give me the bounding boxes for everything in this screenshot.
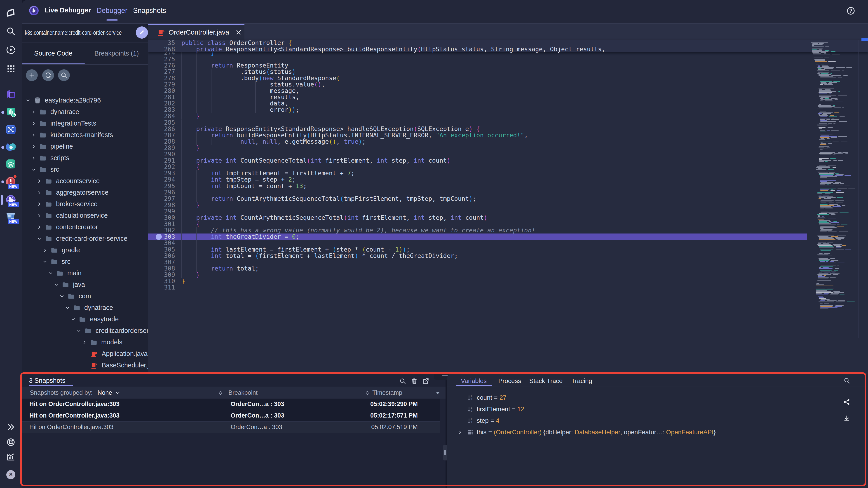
variable-row-count[interactable]: 19count = 27 <box>467 392 506 403</box>
tree-item-aggregatorservice[interactable]: aggregatorservice <box>22 187 148 198</box>
grouped-by-select[interactable]: None <box>98 389 112 396</box>
editor-scroll-indicator[interactable] <box>862 38 868 41</box>
tree-item-src[interactable]: src <box>22 164 148 175</box>
details-tab-process[interactable]: Process <box>494 377 526 385</box>
variable-value: 12 <box>517 405 524 413</box>
rail-clouds-app-button[interactable] <box>5 158 17 170</box>
rail-dynatrace-logo-button[interactable] <box>0 8 22 18</box>
tree-item-com[interactable]: com <box>22 290 148 302</box>
rail-workflows-app-button[interactable] <box>5 124 17 135</box>
edit-filter-button[interactable] <box>136 26 148 39</box>
tree-item-easytrade[interactable]: easytrade <box>22 314 148 325</box>
tree-item-accountservice[interactable]: accountservice <box>22 175 148 187</box>
panel-drag-handle[interactable] <box>442 375 448 378</box>
minimap-line <box>825 84 833 85</box>
rail-dashboards-app-button[interactable] <box>5 106 17 118</box>
tree-item-integrationtests[interactable]: integrationTests <box>22 118 148 129</box>
variable-row-this[interactable]: this = (OrderController) {dbHelper: Data… <box>467 426 716 438</box>
minimap-line <box>819 95 832 95</box>
folder-icon <box>84 327 92 335</box>
rail-storage-app-button[interactable]: NEW <box>5 211 17 223</box>
minimap-line <box>817 220 824 220</box>
chevron-right-icon[interactable] <box>457 429 463 435</box>
minimap-line <box>812 52 819 53</box>
tree-item-basescheduler-java[interactable]: BaseScheduler.java <box>22 359 148 371</box>
tree-item-calculationservice[interactable]: calculationservice <box>22 210 148 221</box>
column-header-breakpoint[interactable]: Breakpoint <box>228 389 257 396</box>
rail-app-launcher-button[interactable] <box>0 63 22 74</box>
tree-item-broker-service[interactable]: broker-service <box>22 198 148 210</box>
tree-item-models[interactable]: models <box>22 336 148 348</box>
minimap-line <box>820 185 835 185</box>
sidebar-tab-breakpoints-1-[interactable]: Breakpoints (1) <box>85 42 148 64</box>
tree-item-scripts[interactable]: scripts <box>22 152 148 164</box>
tree-item-gradle[interactable]: gradle <box>22 245 148 256</box>
rail-problems-app-button[interactable]: NEW <box>5 176 17 188</box>
app-header: Live DebuggerDebuggerSnapshots <box>22 0 868 24</box>
snapshot-row[interactable]: Hit on OrderController.java:303OrderCon…… <box>22 410 440 422</box>
header-tab-snapshots[interactable]: Snapshots <box>131 6 167 15</box>
details-tab-variables[interactable]: Variables <box>456 377 492 385</box>
splitter-handle[interactable] <box>443 445 447 460</box>
minimap-line <box>819 197 826 198</box>
tree-item-dynatrace[interactable]: dynatrace <box>22 302 148 314</box>
tree-item-contentcreator[interactable]: contentcreator <box>22 221 148 233</box>
snapshot-row[interactable]: Hit on OrderController.java:303OrderCon…… <box>22 398 440 410</box>
refresh-sources-button[interactable] <box>42 69 54 81</box>
rail-getting-started-button[interactable] <box>0 45 22 55</box>
header-tab-debugger[interactable]: Debugger <box>96 6 128 15</box>
variable-value: 27 <box>499 394 506 401</box>
sidebar-tab-source-code[interactable]: Source Code <box>22 42 85 64</box>
sort-breakpoint-icon[interactable] <box>218 390 223 396</box>
variable-row-firstElement[interactable]: 19firstElement = 12 <box>467 403 524 415</box>
minimap-line <box>829 156 839 156</box>
details-tab-tracing[interactable]: Tracing <box>566 377 597 385</box>
snapshot-row[interactable]: Hit on OrderController.java:303OrderCon…… <box>22 422 440 433</box>
snapshots-tab[interactable]: 3 Snapshots <box>29 377 65 384</box>
tree-item-kubernetes-manifests[interactable]: kubernetes-manifests <box>22 129 148 141</box>
tree-item-application-java[interactable]: Application.java <box>22 348 148 359</box>
search-variables-button[interactable] <box>843 377 851 385</box>
code-token-kw: null <box>262 138 277 145</box>
code-token-p2: { <box>196 163 200 170</box>
sort-timestamp-icon[interactable] <box>364 390 370 396</box>
header-divider <box>22 23 868 24</box>
column-header-timestamp[interactable]: Timestamp <box>372 389 402 396</box>
download-snapshot-button[interactable] <box>842 414 851 423</box>
minimap-line <box>820 265 831 265</box>
rail-search-button[interactable] <box>0 26 22 36</box>
open-snapshots-button[interactable] <box>422 377 430 385</box>
share-snapshot-button[interactable] <box>842 397 851 406</box>
minimap-line <box>819 238 834 238</box>
tree-item-credit-card-order-service[interactable]: credit-card-order-service <box>22 233 148 245</box>
rail-user-avatar-button[interactable]: S <box>0 469 22 480</box>
add-source-button[interactable] <box>26 69 38 81</box>
search-snapshots-button[interactable] <box>399 377 407 385</box>
chevron-right-icon <box>37 201 42 207</box>
tree-item-src[interactable]: src <box>22 256 148 267</box>
rail-usage-summary-button[interactable] <box>0 452 22 462</box>
rail-kubernetes-app-button[interactable] <box>5 88 17 100</box>
tree-item-pipeline[interactable]: pipeline <box>22 141 148 152</box>
help-button[interactable] <box>846 6 856 16</box>
code-area[interactable]: 274 }275276 return ResponseEntity277 .st… <box>148 24 868 374</box>
tree-item-main[interactable]: main <box>22 267 148 279</box>
details-tab-stack-trace[interactable]: Stack Trace <box>528 377 564 385</box>
caret-down-icon[interactable] <box>434 389 441 396</box>
minimap-line <box>818 198 821 199</box>
minimap[interactable] <box>810 40 859 338</box>
tree-item-easytrade-a29d796[interactable]: easytrade:a29d796 <box>22 95 148 106</box>
rail-help-hub-button[interactable] <box>0 437 22 447</box>
minimap-line <box>820 261 825 261</box>
variable-value-part: DatabaseHelper <box>575 429 620 436</box>
delete-snapshots-button[interactable] <box>410 377 418 385</box>
rail-live-debugger-app-button[interactable]: NEW <box>5 194 17 206</box>
search-files-button[interactable] <box>58 69 70 81</box>
tree-item-creditcardorderservice[interactable]: creditcardorderservice <box>22 325 148 336</box>
variable-row-step[interactable]: 19step = 4 <box>467 415 499 426</box>
minimap-line <box>819 246 834 247</box>
rail-davis-app-button[interactable] <box>5 141 17 153</box>
rail-expand-rail-button[interactable] <box>0 422 22 432</box>
tree-item-java[interactable]: java <box>22 279 148 290</box>
tree-item-dynatrace[interactable]: dynatrace <box>22 106 148 118</box>
